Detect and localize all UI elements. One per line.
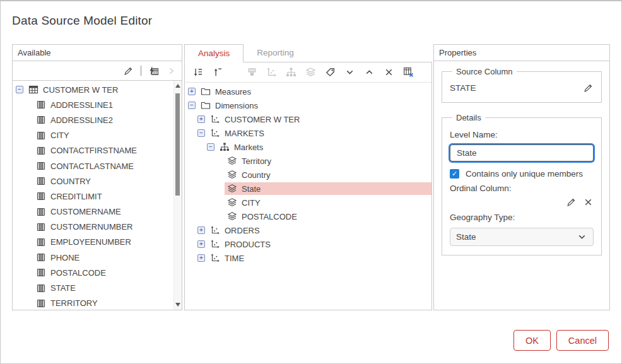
tree-item-content[interactable]: PHONE <box>33 251 173 264</box>
chevron-right-icon[interactable] <box>166 66 177 76</box>
unique-members-checkbox[interactable]: ✓ <box>450 169 459 179</box>
tree-item-customername[interactable]: CUSTOMERNAME <box>13 204 173 220</box>
tree-item-content[interactable]: ORDERS <box>208 224 431 237</box>
tree-item-customernumber[interactable]: CUSTOMERNUMBER <box>13 220 173 235</box>
tree-item-city[interactable]: CITY <box>185 196 431 209</box>
tree-item-state[interactable]: State <box>185 182 431 196</box>
tree-item-content[interactable]: CONTACTLASTNAME <box>33 160 173 172</box>
tree-item-content[interactable]: CUSTOMERNAME <box>33 206 173 218</box>
tree-item-country[interactable]: Country <box>185 168 431 182</box>
lightning-grid-icon[interactable] <box>148 66 159 76</box>
tree-item-phone[interactable]: PHONE <box>13 250 173 265</box>
tree-indent <box>13 273 33 273</box>
tree-item-customer-w-ter[interactable]: −CUSTOMER W TER <box>13 82 173 97</box>
sort-levels-icon[interactable] <box>192 67 203 78</box>
tree-item-postalcode[interactable]: POSTALCODE <box>13 265 173 280</box>
tree-item-territory[interactable]: TERRITORY <box>13 296 173 310</box>
tree-item-customer-w-ter[interactable]: +CUSTOMER W TER <box>185 112 431 126</box>
tree-item-content[interactable]: MARKETS <box>208 127 431 139</box>
delete-icon[interactable] <box>384 67 394 78</box>
tree-item-content[interactable]: POSTALCODE <box>225 210 431 223</box>
tree-item-products[interactable]: +PRODUCTS <box>185 237 431 251</box>
tree-item-dimensions[interactable]: −Dimensions <box>185 98 431 112</box>
tree-item-content[interactable]: PRODUCTS <box>208 238 431 250</box>
tree-item-content[interactable]: POSTALCODE <box>33 266 173 279</box>
edit-ordinal-column-icon[interactable] <box>566 197 577 208</box>
tree-item-state[interactable]: STATE <box>13 280 173 295</box>
geography-type-select[interactable]: State <box>450 228 594 246</box>
tree-indent <box>185 258 197 259</box>
scroll-up-icon[interactable] <box>174 82 182 90</box>
details-legend: Details <box>452 113 485 122</box>
tree-item-content[interactable]: CONTACTFIRSTNAME <box>33 144 173 157</box>
tree-item-content[interactable]: Country <box>225 168 431 181</box>
tree-item-label: PHONE <box>50 253 79 262</box>
tree-item-postalcode[interactable]: POSTALCODE <box>185 209 431 223</box>
expand-toggle-icon[interactable]: + <box>197 254 205 262</box>
details-fieldset: Details Level Name: ✓ Contains only uniq… <box>442 113 602 255</box>
scrollbar-thumb[interactable] <box>175 93 180 196</box>
tree-item-content[interactable]: TIME <box>208 252 431 264</box>
tree-item-content[interactable]: CUSTOMER W TER <box>208 113 431 126</box>
tree-item-content[interactable]: ADDRESSLINE1 <box>33 98 173 111</box>
expand-toggle-icon[interactable]: + <box>197 115 205 123</box>
tree-item-content[interactable]: STATE <box>33 282 173 295</box>
clear-ordinal-column-icon[interactable] <box>583 197 594 208</box>
collapse-toggle-icon[interactable]: − <box>16 86 23 93</box>
tree-item-content[interactable]: ADDRESSLINE2 <box>33 114 173 126</box>
layers-icon <box>227 156 237 166</box>
move-to-top-icon[interactable] <box>212 67 223 78</box>
tree-item-content[interactable]: CUSTOMERNUMBER <box>33 221 173 233</box>
tree-item-territory[interactable]: Territory <box>185 154 431 168</box>
tree-item-content[interactable]: TERRITORY <box>33 297 173 310</box>
tree-item-content[interactable]: State <box>225 182 431 195</box>
tree-item-measures[interactable]: +Measures <box>185 85 431 98</box>
tree-item-city[interactable]: CITY <box>13 128 173 143</box>
tab-reporting[interactable]: Reporting <box>244 44 307 62</box>
tree-item-employeenumber[interactable]: EMPLOYEENUMBER <box>13 235 173 250</box>
tree-item-content[interactable]: CUSTOMER W TER <box>26 83 173 96</box>
edit-pencil-icon[interactable] <box>123 66 134 76</box>
scroll-down-icon[interactable] <box>174 301 182 308</box>
tree-item-content[interactable]: COUNTRY <box>33 175 173 187</box>
tree-item-orders[interactable]: +ORDERS <box>185 223 431 237</box>
tree-item-addressline1[interactable]: ADDRESSLINE1 <box>13 97 173 112</box>
tree-item-contactlastname[interactable]: CONTACTLASTNAME <box>13 158 173 173</box>
expand-toggle-icon[interactable]: + <box>188 88 196 95</box>
tree-item-country[interactable]: COUNTRY <box>13 173 173 189</box>
tree-item-content[interactable]: Dimensions <box>198 99 431 112</box>
tree-item-markets[interactable]: −MARKETS <box>185 126 431 140</box>
tree-item-creditlimit[interactable]: CREDITLIMIT <box>13 189 173 204</box>
tree-indent <box>13 120 33 120</box>
tree-item-content[interactable]: EMPLOYEENUMBER <box>33 236 173 249</box>
tree-indent <box>13 226 33 227</box>
add-tag-icon[interactable] <box>325 67 336 78</box>
tree-item-content[interactable]: CITY <box>33 129 173 142</box>
dimension-icon <box>210 128 220 138</box>
cancel-button[interactable]: Cancel <box>556 330 609 351</box>
expand-toggle-icon[interactable]: + <box>197 240 205 248</box>
move-down-icon[interactable] <box>344 67 355 78</box>
tab-analysis[interactable]: Analysis <box>184 44 244 62</box>
move-up-icon[interactable] <box>364 67 375 78</box>
available-scrollbar[interactable] <box>173 81 182 310</box>
expand-toggle-icon[interactable]: + <box>197 226 205 234</box>
collapse-toggle-icon[interactable]: − <box>188 102 196 109</box>
collapse-toggle-icon[interactable]: − <box>207 143 214 151</box>
tree-item-addressline2[interactable]: ADDRESSLINE2 <box>13 112 173 127</box>
layers-icon <box>227 184 237 194</box>
tree-item-markets[interactable]: −Markets <box>185 140 431 154</box>
tree-item-content[interactable]: CREDITLIMIT <box>33 190 173 203</box>
edit-source-column-icon[interactable] <box>583 83 594 93</box>
tree-item-content[interactable]: Territory <box>225 155 431 167</box>
level-name-input[interactable] <box>450 144 594 161</box>
collapse-toggle-icon[interactable]: − <box>197 129 205 137</box>
tree-item-content[interactable]: CITY <box>225 196 431 209</box>
tree-item-contactfirstname[interactable]: CONTACTFIRSTNAME <box>13 143 173 158</box>
ok-button[interactable]: OK <box>513 330 551 351</box>
tree-item-content[interactable]: Measures <box>198 85 431 98</box>
remove-table-icon[interactable] <box>403 67 414 78</box>
column-icon <box>36 283 46 293</box>
tree-item-time[interactable]: +TIME <box>185 251 431 265</box>
tree-item-content[interactable]: Markets <box>217 141 431 153</box>
